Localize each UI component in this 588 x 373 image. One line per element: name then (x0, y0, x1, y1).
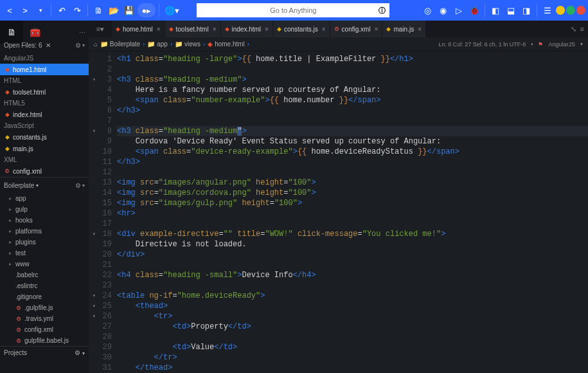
bug-icon[interactable]: 🐞 (467, 3, 481, 17)
folder-item[interactable]: ▸⚙.gulpfile.js (0, 302, 89, 313)
nav-fwd-button[interactable]: > (18, 3, 32, 17)
line-number[interactable]: 3 (89, 75, 112, 85)
code-line[interactable] (117, 332, 588, 342)
chevron-down-icon[interactable]: ▾ (82, 42, 85, 48)
line-number[interactable]: 9 (89, 136, 112, 147)
code-line[interactable]: <h3 class="heading -medium"> (117, 75, 588, 85)
syntax-label[interactable]: AngularJS (548, 41, 575, 48)
gear-icon[interactable]: ⚙ (75, 42, 81, 49)
close-icon[interactable]: × (375, 26, 379, 33)
close-icon[interactable]: × (213, 26, 217, 33)
open-file-item[interactable]: ◆main.js (0, 143, 89, 154)
close-icon[interactable]: × (265, 26, 269, 33)
breadcrumb-item[interactable]: ◆ home.html (208, 41, 244, 48)
editor-tab[interactable]: ◆toolset.html× (165, 21, 221, 37)
folder-item[interactable]: ▸app (0, 193, 89, 204)
window-close[interactable] (576, 6, 585, 15)
editor-tab[interactable]: ◆main.js× (382, 21, 426, 37)
line-number[interactable]: 21 (89, 260, 112, 270)
code-line[interactable]: </h3> (117, 157, 588, 167)
code-line[interactable]: <img src="images/angular.png" height="10… (117, 177, 588, 188)
open-file-item[interactable]: ◆toolset.html (0, 86, 89, 98)
code-line[interactable]: </div> (117, 250, 588, 260)
folder-item[interactable]: ▸gulp (0, 204, 89, 215)
close-all-icon[interactable]: ✕ (46, 42, 51, 49)
split-view-icon[interactable]: ⤡ (571, 25, 576, 33)
search-input[interactable] (202, 6, 384, 14)
open-file-item[interactable]: ◆index.html (0, 109, 89, 120)
folder-item[interactable]: ▸⚙config.xml (0, 324, 89, 335)
line-number[interactable]: 12 (89, 167, 112, 177)
folders-header[interactable]: Boilerplate ▾ ⚙ ▾ (0, 177, 89, 193)
code-line[interactable]: <table ng-if="home.deviceReady"> (117, 291, 588, 301)
open-file-item[interactable]: ◆home1.html (0, 64, 89, 75)
editor-tab[interactable]: ◆home.html× (112, 21, 165, 37)
line-number[interactable]: 31 (89, 363, 112, 373)
record-macro-button[interactable]: ●▸ (138, 3, 156, 17)
folder-item[interactable]: ▸www (0, 259, 89, 269)
code-line[interactable]: Here is a fancy number served up courtes… (117, 85, 588, 95)
line-number[interactable]: 23 (89, 280, 112, 291)
breadcrumb-item[interactable]: 📁 views (175, 41, 200, 48)
open-folder-button[interactable]: 📂 (107, 3, 121, 17)
line-gutter[interactable]: 1234567891011121314151617181920212223242… (89, 51, 117, 373)
line-number[interactable]: 6 (89, 105, 112, 116)
code-line[interactable] (117, 260, 588, 270)
chevron-down-icon[interactable]: ▾ (580, 41, 583, 47)
line-number[interactable]: 8 (89, 126, 112, 136)
line-number[interactable]: 17 (89, 219, 112, 229)
layout-left-button[interactable]: ◧ (488, 3, 503, 17)
breadcrumb-path[interactable]: ⌂📁 Boilerplate › 📁 app › 📁 views › ◆ hom… (94, 41, 249, 48)
alert-icon[interactable]: ⚑ (538, 41, 543, 48)
folder-item[interactable]: ▸⚙gulpfile.babel.js (0, 335, 89, 346)
save-button[interactable]: 💾 (122, 3, 136, 17)
line-number[interactable]: 22 (89, 270, 112, 280)
new-file-button[interactable]: 🗎 (91, 3, 105, 17)
close-icon[interactable]: × (322, 26, 326, 33)
code-line[interactable]: <span class="device-ready-example">{{ ho… (117, 147, 588, 157)
code-line[interactable]: Directive is not loaded. (117, 239, 588, 250)
code-line[interactable]: <td>Property</td> (117, 322, 588, 332)
folder-item[interactable]: ▸platforms (0, 226, 89, 237)
editor-tab[interactable]: ⚙config.xml× (330, 21, 383, 37)
goto-anything-search[interactable]: ⓘ (197, 3, 389, 17)
line-number[interactable]: 4 (89, 85, 112, 95)
folder-item[interactable]: ▸test (0, 248, 89, 259)
line-number[interactable]: 20 (89, 250, 112, 260)
code-line[interactable]: <div example-directive="" title="WOW!" c… (117, 229, 588, 239)
code-line[interactable] (117, 219, 588, 229)
gear-icon[interactable]: ⚙ (75, 182, 81, 189)
folder-item[interactable]: ▸.eslintrc (0, 280, 89, 291)
chevron-down-icon[interactable]: ▾ (82, 350, 85, 356)
line-number[interactable]: 5 (89, 95, 112, 105)
record-icon[interactable]: ◉ (436, 3, 450, 17)
code-line[interactable]: <td>Value</td> (117, 342, 588, 352)
breadcrumb-item[interactable]: 📁 Boilerplate (100, 41, 140, 48)
code-line[interactable]: <h4 class="heading -small">Device Info</… (117, 270, 588, 280)
code-line[interactable] (117, 64, 588, 75)
code-line[interactable]: <img src="images/gulp.png" height="100"> (117, 198, 588, 208)
redo-button[interactable]: ↷ (70, 3, 84, 17)
code-line[interactable]: </h3> (117, 105, 588, 116)
close-icon[interactable]: × (157, 26, 161, 33)
line-number[interactable]: 27 (89, 322, 112, 332)
line-number[interactable]: 25 (89, 301, 112, 311)
line-number[interactable]: 30 (89, 352, 112, 363)
tab-list-button[interactable]: ≡▾ (89, 21, 112, 37)
code-line[interactable]: <h1 class="heading -large">{{ home.title… (117, 54, 588, 64)
breadcrumb-item[interactable]: 📁 app (147, 41, 167, 48)
editor-tab[interactable]: ◆constants.js× (273, 21, 330, 37)
code-line[interactable] (117, 280, 588, 291)
code-line[interactable] (117, 167, 588, 177)
gear-icon[interactable]: ⚙ (75, 349, 80, 356)
tab-menu-icon[interactable]: ≡ (580, 25, 584, 33)
code-line[interactable]: <thead> (117, 301, 588, 311)
line-number[interactable]: 15 (89, 198, 112, 208)
line-number[interactable]: 29 (89, 342, 112, 352)
projects-footer[interactable]: Projects ⚙ ▾ (0, 346, 89, 359)
folder-item[interactable]: ▸⚙.travis.yml (0, 313, 89, 324)
line-number[interactable]: 10 (89, 147, 112, 157)
line-number[interactable]: 24 (89, 291, 112, 301)
line-number[interactable]: 18 (89, 229, 112, 239)
code-line[interactable]: <span class="number-example">{{ home.num… (117, 95, 588, 105)
